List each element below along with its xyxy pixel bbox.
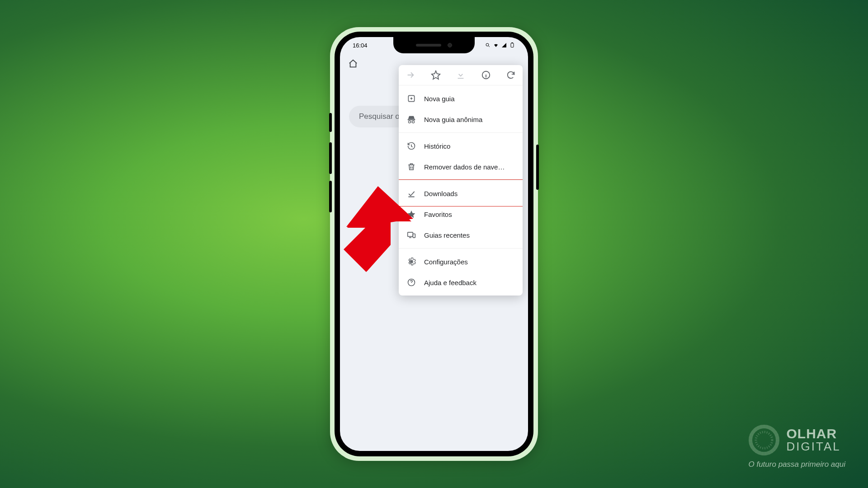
signal-icon xyxy=(501,42,507,48)
menu-label: Favoritos xyxy=(424,211,452,218)
brand-name-line1: OLHAR xyxy=(787,427,841,441)
svg-rect-6 xyxy=(413,234,415,238)
brand-tagline: O futuro passa primeiro aqui xyxy=(749,460,846,469)
menu-item-recent-tabs[interactable]: Guias recentes xyxy=(399,225,523,245)
menu-label: Histórico xyxy=(424,142,450,150)
search-status-icon xyxy=(485,42,491,48)
brand-logo-icon xyxy=(748,424,780,456)
menu-item-history[interactable]: Histórico xyxy=(399,136,523,156)
search-placeholder: Pesquisar ou xyxy=(359,112,404,121)
menu-item-settings[interactable]: Configurações xyxy=(399,251,523,272)
phone-side-button xyxy=(329,113,332,132)
menu-label: Downloads xyxy=(424,190,458,197)
svg-rect-2 xyxy=(512,43,513,43)
menu-item-new-tab[interactable]: Nova guia xyxy=(399,88,523,109)
annotation-arrow xyxy=(323,186,413,277)
menu-item-bookmarks[interactable]: Favoritos xyxy=(399,204,523,225)
help-icon xyxy=(407,278,416,287)
menu-label: Ajuda e feedback xyxy=(424,279,476,286)
info-icon[interactable] xyxy=(481,70,491,80)
trash-icon xyxy=(407,162,416,171)
menu-toolbar xyxy=(399,65,523,85)
svg-rect-1 xyxy=(511,43,514,47)
phone-side-button xyxy=(536,145,539,190)
phone-notch xyxy=(393,37,475,53)
menu-label: Remover dados de nave… xyxy=(424,163,505,171)
brand-watermark: OLHAR DIGITAL O futuro passa primeiro aq… xyxy=(748,424,846,469)
svg-point-0 xyxy=(486,43,489,46)
download-icon[interactable] xyxy=(455,70,466,80)
reload-icon[interactable] xyxy=(505,70,516,80)
menu-item-downloads[interactable]: Downloads xyxy=(399,183,523,204)
battery-icon xyxy=(509,42,515,48)
plus-square-icon xyxy=(407,94,416,103)
chrome-menu: Nova guia Nova guia anônima xyxy=(399,65,523,296)
menu-item-incognito[interactable]: Nova guia anônima xyxy=(399,109,523,130)
status-time: 16:04 xyxy=(353,42,368,49)
phone-side-button xyxy=(329,142,332,174)
wifi-icon xyxy=(493,42,499,48)
home-icon[interactable] xyxy=(348,59,358,69)
menu-item-clear-data[interactable]: Remover dados de nave… xyxy=(399,156,523,177)
forward-icon[interactable] xyxy=(405,70,416,80)
star-icon[interactable] xyxy=(430,70,441,80)
menu-label: Nova guia anônima xyxy=(424,116,482,123)
menu-label: Nova guia xyxy=(424,95,455,103)
menu-item-help[interactable]: Ajuda e feedback xyxy=(399,272,523,293)
history-icon xyxy=(407,141,416,150)
brand-name-line2: DIGITAL xyxy=(787,441,841,453)
menu-label: Guias recentes xyxy=(424,231,470,239)
incognito-icon xyxy=(407,115,416,124)
menu-label: Configurações xyxy=(424,258,468,266)
svg-point-14 xyxy=(756,432,772,448)
